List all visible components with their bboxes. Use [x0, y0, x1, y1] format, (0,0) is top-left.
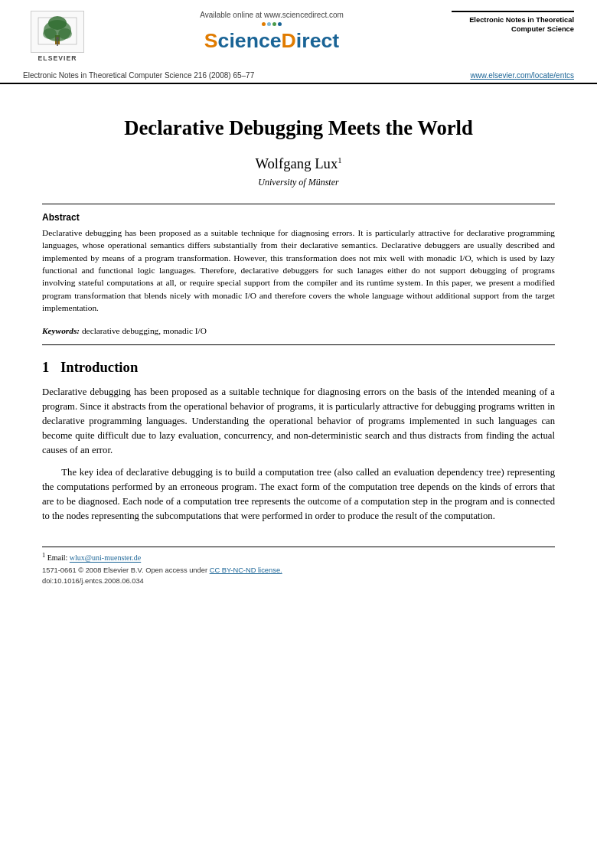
sd-dot-2	[267, 22, 271, 26]
elsevier-label: ELSEVIER	[38, 54, 77, 62]
section-1-title: Introduction	[60, 359, 138, 375]
journal-issue: Electronic Notes in Theoretical Computer…	[23, 71, 254, 80]
keywords-text: declarative debugging, monadic I/O	[82, 326, 207, 335]
sd-dot-4	[278, 22, 282, 26]
footnote-1-text: Email:	[47, 554, 70, 563]
author-superscript: 1	[338, 155, 341, 164]
abstract-title: Abstract	[42, 212, 555, 223]
section-1-para-1: Declarative debugging has been proposed …	[42, 385, 555, 458]
affiliation: University of Münster	[42, 177, 555, 188]
footnote-1-num: 1	[42, 552, 45, 559]
sd-text-s: S	[204, 29, 218, 52]
copyright-text-1: 1571-0661 © 2008 Elsevier B.V. Open acce…	[42, 566, 207, 574]
svg-point-7	[56, 37, 59, 40]
elsevier-logo	[31, 11, 84, 53]
svg-point-4	[43, 28, 57, 39]
page: ELSEVIER Available online at www.science…	[0, 0, 597, 868]
abstract-section: Abstract Declarative debugging has been …	[42, 212, 555, 315]
elsevier-logo-area: ELSEVIER	[23, 11, 92, 62]
doi-text: doi:10.1016/j.entcs.2008.06.034	[42, 577, 144, 585]
svg-point-6	[48, 16, 67, 30]
sciencedirect-area: Available online at www.sciencedirect.co…	[92, 11, 452, 53]
footer-area: 1 Email: wlux@uni-muenster.de 1571-0661 …	[42, 547, 555, 586]
available-online-text: Available online at www.sciencedirect.co…	[200, 11, 344, 19]
sciencedirect-logo: ScienceDirect	[204, 22, 339, 53]
content: Declarative Debugging Meets the World Wo…	[0, 84, 597, 602]
sd-dot-3	[272, 22, 276, 26]
keywords-label: Keywords:	[42, 326, 80, 335]
header: ELSEVIER Available online at www.science…	[0, 0, 597, 84]
journal-link[interactable]: www.elsevier.com/locate/entcs	[470, 71, 574, 80]
footnote-1-email[interactable]: wlux@uni-muenster.de	[70, 554, 141, 563]
svg-point-5	[58, 28, 72, 39]
keywords-line: Keywords: declarative debugging, monadic…	[42, 325, 555, 338]
author-name: Wolfgang Lux1	[42, 155, 555, 172]
section-1-para-2: The key idea of declarative debugging is…	[42, 465, 555, 524]
journal-title-right: Electronic Notes in Theoretical Computer…	[452, 15, 574, 34]
footnote-1: 1 Email: wlux@uni-muenster.de	[42, 552, 555, 562]
cc-license-link[interactable]: CC BY-NC-ND license.	[210, 566, 282, 574]
sd-text-d: D	[282, 29, 296, 52]
sd-text: ScienceDirect	[204, 29, 339, 53]
sd-dot-1	[262, 22, 266, 26]
paper-title: Declarative Debugging Meets the World	[42, 115, 555, 142]
abstract-divider-bottom	[42, 344, 555, 345]
author-name-text: Wolfgang Lux	[255, 155, 338, 171]
header-bottom: Electronic Notes in Theoretical Computer…	[23, 68, 574, 83]
copyright-line: 1571-0661 © 2008 Elsevier B.V. Open acce…	[42, 566, 555, 587]
section-1-number: 1	[42, 359, 49, 375]
journal-info-right: Electronic Notes in Theoretical Computer…	[452, 11, 574, 34]
abstract-text: Declarative debugging has been proposed …	[42, 227, 555, 315]
abstract-divider-top	[42, 204, 555, 204]
section-1-heading: 1 Introduction	[42, 359, 555, 376]
